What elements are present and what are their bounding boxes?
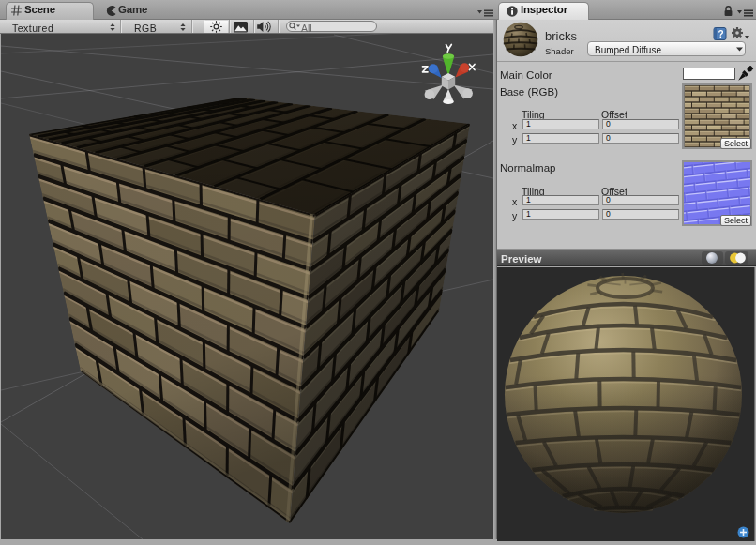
svg-text:?: ? bbox=[718, 29, 723, 39]
